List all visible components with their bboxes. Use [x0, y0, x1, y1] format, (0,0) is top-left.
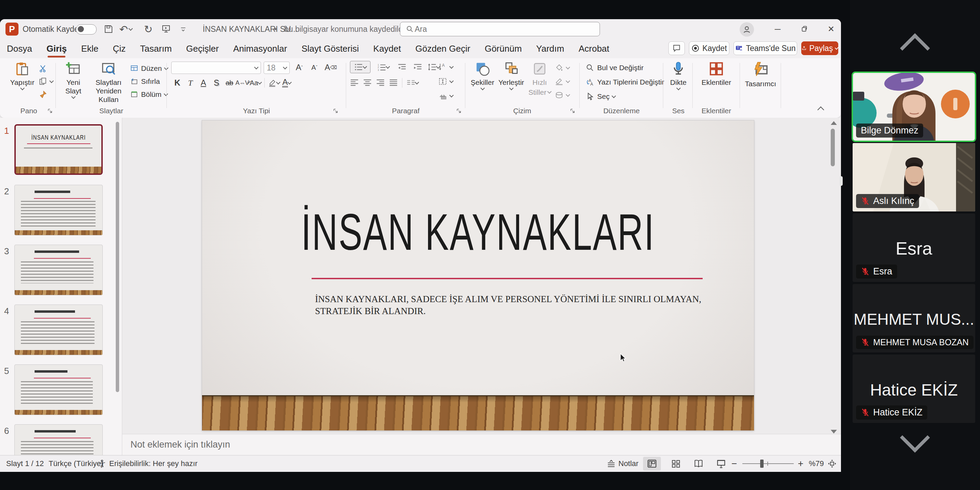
participant-tile-hatice[interactable]: Hatice EKİZ Hatice EKİZ [853, 355, 975, 423]
tab-ciz[interactable]: Çiz [112, 42, 127, 56]
notes-panel[interactable]: Not eklemek için tıklayın [122, 434, 841, 455]
slide-sorter-view-button[interactable] [667, 457, 685, 471]
normal-view-button[interactable] [643, 457, 661, 471]
underline-button[interactable]: A [197, 77, 210, 89]
present-in-teams-button[interactable]: T Teams'de Sun [733, 41, 797, 55]
paragraph-dialog-launcher[interactable] [456, 108, 462, 114]
comments-button[interactable] [668, 41, 685, 55]
thumbnail-slide-4[interactable] [14, 304, 103, 355]
zoom-slider-track[interactable] [742, 463, 794, 464]
panel-scrollbar-pill[interactable] [840, 176, 843, 186]
autosave-toggle[interactable] [76, 24, 97, 35]
thumbnail-slide-5[interactable] [14, 365, 103, 415]
tab-giris[interactable]: Giriş [46, 42, 67, 56]
highlight-color-button[interactable] [267, 77, 280, 89]
record-button[interactable]: Kaydet [689, 41, 729, 55]
replace-fonts-button[interactable]: AA Yazı Tiplerini Değiştir [585, 77, 664, 87]
notes-toggle[interactable]: Notlar [607, 455, 639, 472]
scroll-up-arrow[interactable] [831, 121, 837, 125]
slide-title[interactable]: İNSAN KAYNAKLARI [235, 202, 721, 262]
tab-gecisler[interactable]: Geçişler [186, 42, 220, 56]
bold-button[interactable]: K [171, 77, 183, 89]
columns-button[interactable] [406, 79, 418, 87]
tab-dosya[interactable]: Dosya [6, 42, 33, 56]
save-status[interactable]: bu bilgisayar konumuna kaydedildi [284, 19, 405, 39]
justify-button[interactable] [389, 79, 398, 87]
thumbnail-slide-1[interactable]: İNSAN KAYNAKLARI [14, 124, 103, 175]
participants-scroll-up-icon[interactable] [900, 33, 930, 63]
minimize-button[interactable]: ─ [770, 22, 786, 36]
maximize-button[interactable] [797, 22, 812, 36]
participants-scroll-down-icon[interactable] [900, 423, 930, 453]
powerpoint-logo-icon[interactable]: P [5, 22, 19, 36]
tab-kaydet[interactable]: Kaydet [372, 42, 402, 56]
convert-smartart-button[interactable] [438, 90, 453, 101]
change-case-button[interactable]: Aa [249, 77, 262, 89]
tab-ekle[interactable]: Ekle [81, 42, 99, 56]
bullets-button[interactable] [350, 61, 371, 73]
collapse-ribbon-button[interactable] [818, 108, 823, 114]
quick-styles-button[interactable]: Hızlı Stiller [527, 61, 553, 97]
select-button[interactable]: Seç [585, 91, 615, 102]
new-slide-button[interactable]: Yeni Slayt [60, 61, 87, 98]
designer-button[interactable]: Tasarımcı [742, 61, 779, 88]
share-button[interactable]: Paylaş [801, 41, 838, 55]
arrange-button[interactable]: Yerleştir [497, 61, 525, 90]
cut-button[interactable] [38, 63, 47, 74]
align-right-button[interactable] [376, 79, 385, 87]
zoom-level[interactable]: %79 [809, 455, 824, 472]
participant-tile-esra[interactable]: Esra Esra [853, 214, 975, 282]
layout-button[interactable]: Düzen [130, 63, 168, 74]
close-button[interactable]: ✕ [823, 22, 839, 36]
thumbnail-slide-3[interactable] [14, 245, 103, 295]
participant-tile-mehmet[interactable]: MEHMET MUS... MEHMET MUSA BOZAN [853, 284, 975, 352]
tab-tasarim[interactable]: Tasarım [139, 42, 172, 56]
increase-indent-button[interactable] [412, 61, 424, 73]
font-name-combo[interactable] [171, 62, 261, 74]
slideshow-icon[interactable] [159, 23, 173, 35]
slide-body-text[interactable]: İNSAN KAYNAKLARI, SADECE İŞE ALIM VE PER… [315, 293, 733, 317]
slideshow-view-button[interactable] [712, 457, 730, 471]
search-box[interactable] [400, 22, 600, 36]
thumbnail-slide-2[interactable] [14, 185, 103, 235]
tab-acrobat[interactable]: Acrobat [578, 42, 610, 56]
slide-canvas[interactable]: İNSAN KAYNAKLARI İNSAN KAYNAKLARI, SADEC… [202, 121, 754, 430]
text-shadow-button[interactable]: S [210, 77, 223, 89]
redo-icon[interactable]: ↻ [142, 23, 155, 35]
slide-indicator[interactable]: Slayt 1 / 12 [6, 455, 44, 472]
align-text-button[interactable] [438, 76, 453, 87]
participant-tile-asli[interactable]: Aslı Kılınç [853, 143, 975, 211]
find-replace-button[interactable]: Bul ve Değiştir [585, 62, 643, 73]
scroll-down-arrow[interactable] [831, 430, 837, 433]
grow-font-button[interactable]: Aˆ [293, 62, 305, 73]
thumbnail-scrollbar[interactable] [116, 122, 119, 392]
participant-tile-bilge[interactable]: Bilge Dönmez [853, 73, 975, 141]
copy-button[interactable] [38, 76, 53, 87]
font-size-combo[interactable]: 18 [264, 62, 290, 74]
addins-button[interactable]: Eklentiler [698, 61, 734, 87]
shape-effects-button[interactable] [555, 90, 570, 101]
shrink-font-button[interactable]: Aˇ [308, 62, 320, 73]
reuse-slides-button[interactable]: Slaytları Yeniden Kullan [88, 61, 129, 104]
main-scrollbar[interactable] [831, 128, 835, 166]
account-icon[interactable] [740, 22, 754, 36]
drawing-dialog-launcher[interactable] [570, 108, 576, 114]
decrease-indent-button[interactable] [396, 61, 408, 73]
tab-gorunum[interactable]: Görünüm [484, 42, 522, 56]
document-title[interactable]: İNSAN KAYNAKLARI SU... [203, 19, 298, 39]
clipboard-dialog-launcher[interactable] [47, 108, 53, 114]
accessibility-status[interactable]: Erişilebilirlik: Her şey hazır [98, 455, 197, 472]
save-icon[interactable] [102, 23, 115, 35]
tab-slayt-gosterisi[interactable]: Slayt Gösterisi [301, 42, 360, 56]
format-painter-button[interactable] [38, 89, 47, 100]
strikethrough-button[interactable]: ab [223, 77, 235, 89]
clear-formatting-button[interactable]: A⌫ [325, 62, 337, 73]
zoom-out-button[interactable]: − [732, 455, 737, 472]
section-button[interactable]: Bölüm [130, 89, 167, 100]
tab-animasyonlar[interactable]: Animasyonlar [232, 42, 288, 56]
dictate-button[interactable]: Dikte [666, 61, 691, 90]
shape-outline-button[interactable] [555, 76, 570, 87]
italic-button[interactable]: T [184, 77, 197, 89]
zoom-slider-handle[interactable] [760, 460, 764, 468]
tab-yardim[interactable]: Yardım [536, 42, 565, 56]
